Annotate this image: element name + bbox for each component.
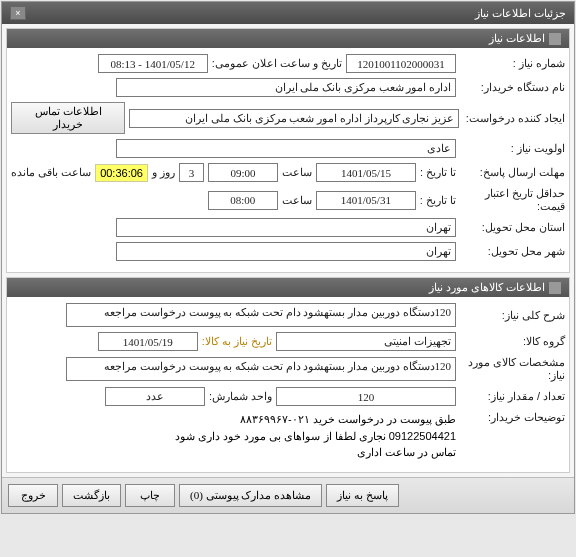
- buyer-contact-button[interactable]: اطلاعات تماس خریدار: [11, 102, 125, 134]
- province-field[interactable]: [116, 218, 456, 237]
- titlebar: جزئیات اطلاعات نیاز ×: [2, 2, 574, 24]
- deadline-time-field[interactable]: [208, 163, 278, 182]
- validity-to-label: تا تاریخ :: [420, 194, 456, 207]
- request-no-label: شماره نیاز :: [460, 57, 565, 70]
- section2-header: اطلاعات کالاهای مورد نیاز: [7, 278, 569, 297]
- buyer-notes-text: طبق پیوست در درخواست خرید ۰۲۱-۸۸۳۶۹۹۶۷ 0…: [66, 411, 456, 461]
- province-label: استان محل تحویل:: [460, 221, 565, 234]
- dialog-window: جزئیات اطلاعات نیاز × اطلاعات نیاز شماره…: [1, 1, 575, 514]
- list-icon: [549, 33, 561, 45]
- qty-field[interactable]: [276, 387, 456, 406]
- footer-toolbar: پاسخ به نیاز مشاهده مدارک پیوستی (0) چاپ…: [2, 477, 574, 513]
- deadline-date-field[interactable]: [316, 163, 416, 182]
- close-icon[interactable]: ×: [10, 6, 26, 20]
- deadline-to-label: تا تاریخ :: [420, 166, 456, 179]
- list-icon: [549, 282, 561, 294]
- print-button[interactable]: چاپ: [125, 484, 175, 507]
- need-date-field[interactable]: [98, 332, 198, 351]
- validity-date-field[interactable]: [316, 191, 416, 210]
- announce-label: تاریخ و ساعت اعلان عمومی:: [212, 57, 342, 70]
- unit-label: واحد شمارش:: [209, 390, 272, 403]
- group-label: گروه کالا:: [460, 335, 565, 348]
- hours-remain-field: 00:36:06: [95, 164, 148, 182]
- buyer-label: نام دستگاه خریدار:: [460, 81, 565, 94]
- unit-field[interactable]: [105, 387, 205, 406]
- validity-time-field[interactable]: [208, 191, 278, 210]
- validity-label: حداقل تاریخ اعتبار قیمت:: [460, 187, 565, 213]
- section1-title: اطلاعات نیاز: [489, 32, 545, 45]
- days-remain-field: [179, 163, 204, 182]
- validity-time-label: ساعت: [282, 194, 312, 207]
- priority-label: اولویت نیاز :: [460, 142, 565, 155]
- section-need-info: اطلاعات نیاز شماره نیاز : تاریخ و ساعت ا…: [6, 28, 570, 273]
- announce-field[interactable]: [98, 54, 208, 73]
- creator-label: ایجاد کننده درخواست:: [463, 112, 565, 125]
- city-label: شهر محل تحویل:: [460, 245, 565, 258]
- desc-field[interactable]: 120دستگاه دوربین مدار بستهشود دام تحت شب…: [66, 303, 456, 327]
- section2-title: اطلاعات کالاهای مورد نیاز: [429, 281, 545, 294]
- city-field[interactable]: [116, 242, 456, 261]
- hours-text: ساعت باقی مانده: [11, 166, 91, 179]
- buyer-field[interactable]: [116, 78, 456, 97]
- buyer-notes-label: توضیحات خریدار:: [460, 411, 565, 424]
- reply-button[interactable]: پاسخ به نیاز: [326, 484, 399, 507]
- exit-button[interactable]: خروج: [8, 484, 58, 507]
- days-text: روز و: [152, 166, 175, 179]
- priority-field[interactable]: [116, 139, 456, 158]
- qty-label: تعداد / مقدار نیاز:: [460, 390, 565, 403]
- attachments-button[interactable]: مشاهده مدارک پیوستی (0): [179, 484, 322, 507]
- spec-label: مشخصات کالای مورد نیاز:: [460, 356, 565, 382]
- deadline-time-label: ساعت: [282, 166, 312, 179]
- creator-field[interactable]: [129, 109, 459, 128]
- window-title: جزئیات اطلاعات نیاز: [475, 7, 566, 20]
- need-date-label: تاریخ نیاز به کالا:: [202, 335, 272, 348]
- section-goods-info: اطلاعات کالاهای مورد نیاز شرح کلی نیاز: …: [6, 277, 570, 473]
- request-no-field[interactable]: [346, 54, 456, 73]
- spec-field[interactable]: 120دستگاه دوربین مدار بستهشود دام تحت شب…: [66, 357, 456, 381]
- desc-label: شرح کلی نیاز:: [460, 309, 565, 322]
- section1-header: اطلاعات نیاز: [7, 29, 569, 48]
- group-field[interactable]: [276, 332, 456, 351]
- deadline-label: مهلت ارسال پاسخ:: [460, 166, 565, 179]
- back-button[interactable]: بازگشت: [62, 484, 121, 507]
